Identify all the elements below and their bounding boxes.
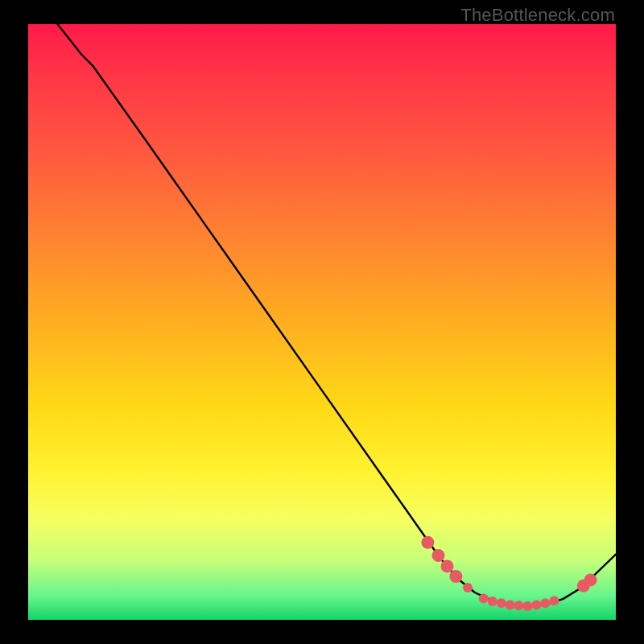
- plot-area: [28, 24, 616, 620]
- marker-dot: [441, 559, 454, 572]
- marker-dot: [532, 601, 542, 610]
- marker-dot: [549, 596, 559, 605]
- marker-dot: [449, 570, 462, 583]
- curve-markers: [421, 536, 597, 611]
- curve-svg: [28, 24, 616, 620]
- marker-dot: [540, 598, 550, 608]
- marker-dot: [514, 601, 524, 610]
- marker-dot: [506, 601, 515, 610]
- chart-frame: TheBottleneck.com: [0, 0, 644, 644]
- marker-dot: [497, 598, 506, 608]
- marker-dot: [479, 593, 489, 603]
- watermark-text: TheBottleneck.com: [460, 5, 615, 26]
- marker-dot: [421, 536, 434, 549]
- bottleneck-curve: [58, 24, 617, 606]
- marker-dot: [488, 597, 497, 606]
- marker-dot: [463, 583, 473, 592]
- marker-dot: [584, 573, 597, 586]
- marker-dot: [432, 549, 445, 562]
- marker-dot: [523, 601, 533, 611]
